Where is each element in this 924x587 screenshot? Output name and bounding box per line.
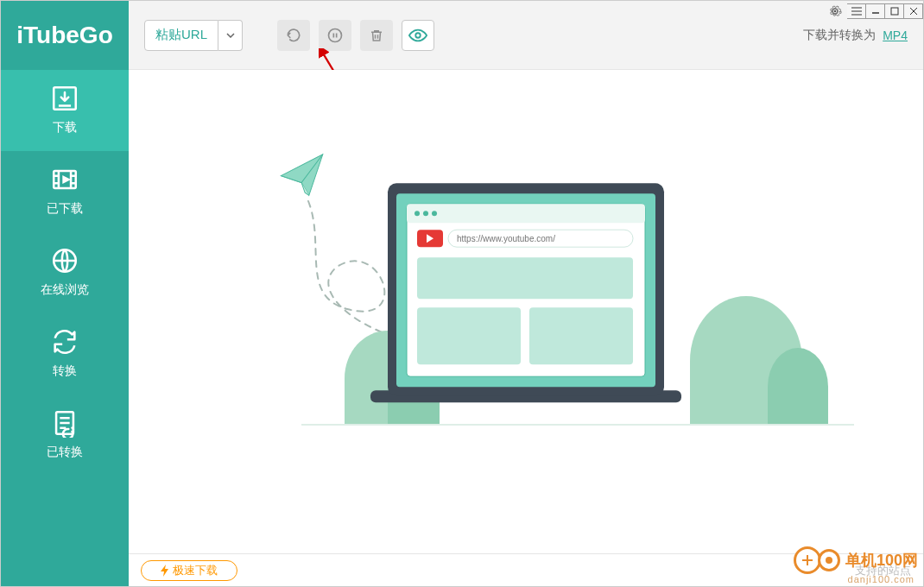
delete-button[interactable] [360, 20, 393, 51]
globe-icon [50, 246, 79, 275]
svg-point-15 [415, 211, 420, 216]
nav-list: 下载 已下载 在线浏览 转换 [1, 70, 129, 476]
maximize-icon [890, 7, 899, 16]
nav-item-download[interactable]: 下载 [0, 70, 129, 151]
watermark-domain: danji100.com [848, 574, 915, 584]
svg-rect-20 [417, 257, 633, 299]
undo-icon [285, 27, 302, 44]
ground-line [301, 424, 854, 426]
paste-url-label: 粘贴URL [155, 27, 207, 43]
film-icon [50, 165, 79, 194]
file-check-icon [50, 408, 79, 438]
plus-icon [801, 554, 813, 566]
nav-label: 转换 [53, 363, 77, 379]
svg-point-17 [432, 211, 437, 216]
format-select-link[interactable]: MP4 [883, 28, 908, 42]
svg-point-5 [834, 10, 837, 13]
watermark-logo-dot [818, 549, 840, 571]
laptop-illustration: https://www.youtube.com/ [258, 131, 794, 442]
toolbar: 粘贴URL 下载并转换为 MP4 [129, 1, 923, 70]
nav-item-convert[interactable]: 转换 [1, 313, 129, 394]
trash-icon [369, 28, 384, 43]
chevron-down-icon [226, 33, 235, 38]
minimize-icon [871, 7, 880, 16]
nav-item-downloaded[interactable]: 已下载 [1, 151, 129, 232]
nav-item-converted[interactable]: 已转换 [1, 394, 129, 476]
nav-item-browse[interactable]: 在线浏览 [1, 232, 129, 313]
watermark: 单机100网 [794, 546, 918, 574]
paste-url-group: 粘贴URL [144, 20, 243, 51]
svg-point-8 [415, 33, 421, 38]
nav-label: 已下载 [47, 201, 83, 217]
svg-rect-14 [407, 204, 645, 223]
minimize-button[interactable] [866, 3, 885, 19]
svg-point-7 [329, 28, 342, 41]
gear-icon [828, 4, 842, 18]
preview-button[interactable] [402, 20, 434, 51]
refresh-icon [50, 327, 79, 357]
pause-icon [326, 27, 344, 44]
toolbar-right: 下载并转换为 MP4 [803, 28, 908, 43]
fast-download-label: 极速下载 [173, 563, 218, 578]
nav-label: 下载 [53, 120, 77, 136]
pause-button[interactable] [319, 20, 351, 51]
svg-rect-21 [417, 307, 521, 364]
maximize-button[interactable] [885, 3, 904, 19]
svg-rect-6 [891, 8, 898, 15]
close-icon [909, 7, 918, 16]
sidebar: iTubeGo 下载 已下载 在线浏览 [1, 1, 129, 587]
menu-button[interactable] [847, 3, 866, 19]
menu-icon [851, 7, 862, 16]
watermark-brand: 单机100网 [845, 550, 918, 571]
titlebar [826, 1, 923, 22]
svg-rect-22 [529, 307, 633, 364]
app-logo: iTubeGo [1, 1, 129, 70]
nav-label: 已转换 [47, 445, 83, 460]
content-area: https://www.youtube.com/ [129, 70, 923, 553]
nav-label: 在线浏览 [41, 282, 89, 298]
fast-download-button[interactable]: 极速下载 [141, 560, 237, 581]
illustration-url: https://www.youtube.com/ [457, 234, 555, 243]
eye-icon [408, 28, 427, 42]
download-icon [50, 84, 79, 113]
undo-button[interactable] [277, 20, 310, 51]
app-name: iTubeGo [16, 22, 112, 49]
paste-url-button[interactable]: 粘贴URL [144, 20, 218, 51]
settings-button[interactable] [826, 3, 845, 19]
svg-point-16 [423, 211, 428, 216]
close-button[interactable] [904, 3, 923, 19]
main-area: 粘贴URL 下载并转换为 MP4 [129, 1, 923, 586]
bolt-icon [161, 565, 169, 577]
paste-url-dropdown[interactable] [218, 20, 243, 51]
convert-prefix: 下载并转换为 [803, 28, 876, 43]
